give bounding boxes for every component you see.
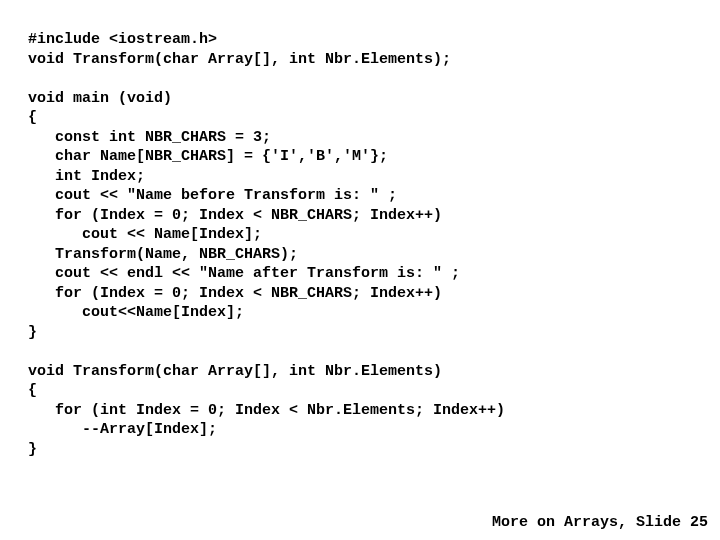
code-line: } (28, 324, 37, 341)
code-line: void Transform(char Array[], int Nbr.Ele… (28, 363, 442, 380)
code-line: char Name[NBR_CHARS] = {'I','B','M'}; (28, 148, 388, 165)
code-line: #include <iostream.h> (28, 31, 217, 48)
code-line: cout<<Name[Index]; (28, 304, 244, 321)
code-line: cout << Name[Index]; (28, 226, 262, 243)
code-line: cout << "Name before Transform is: " ; (28, 187, 397, 204)
code-line: for (int Index = 0; Index < Nbr.Elements… (28, 402, 505, 419)
slide-footer: More on Arrays, Slide 25 (492, 513, 708, 533)
code-line: { (28, 382, 37, 399)
code-line: int Index; (28, 168, 145, 185)
code-line: void main (void) (28, 90, 172, 107)
code-line: for (Index = 0; Index < NBR_CHARS; Index… (28, 207, 442, 224)
code-line: for (Index = 0; Index < NBR_CHARS; Index… (28, 285, 442, 302)
code-line: void Transform(char Array[], int Nbr.Ele… (28, 51, 451, 68)
code-line: { (28, 109, 37, 126)
code-block: #include <iostream.h> void Transform(cha… (28, 30, 505, 459)
code-line: const int NBR_CHARS = 3; (28, 129, 271, 146)
code-line: --Array[Index]; (28, 421, 217, 438)
code-line: } (28, 441, 37, 458)
code-line: cout << endl << "Name after Transform is… (28, 265, 460, 282)
code-line: Transform(Name, NBR_CHARS); (28, 246, 298, 263)
